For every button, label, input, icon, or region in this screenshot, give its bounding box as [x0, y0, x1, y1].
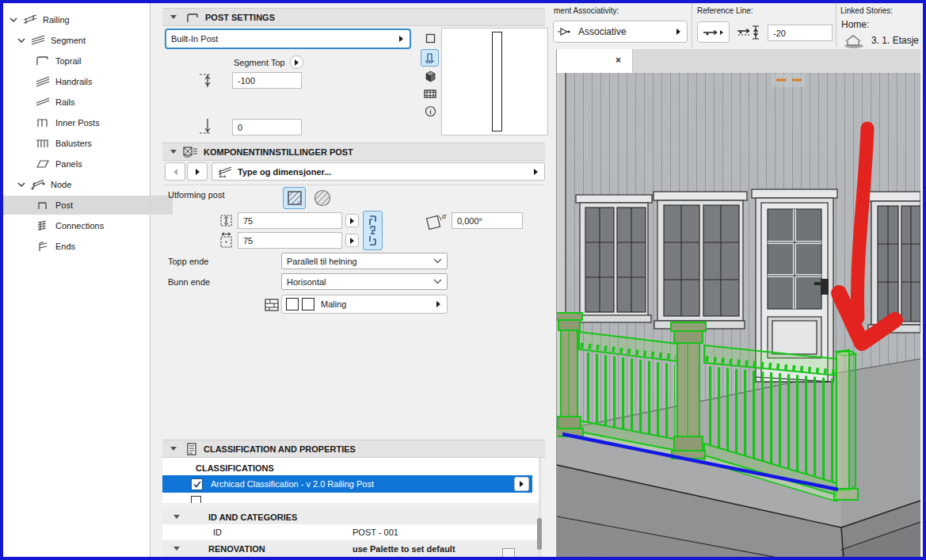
archicad-railing-settings-window: Railing Segment Toprail Handrails Rails … — [0, 0, 926, 560]
cube-3d-icon — [425, 70, 436, 82]
window-middle — [654, 192, 747, 329]
tab-close-button[interactable]: × — [615, 55, 621, 66]
tree-item-handrails[interactable]: Handrails — [3, 72, 173, 91]
collapse-triangle-icon[interactable] — [170, 150, 177, 154]
balusters-icon — [35, 138, 51, 149]
classification-checkbox-partial[interactable] — [191, 496, 201, 503]
connections-icon — [35, 220, 51, 231]
tree-item-railing[interactable]: Railing — [3, 10, 147, 29]
material-dropdown[interactable]: Maling — [281, 295, 448, 314]
reference-offset-value: -20 — [773, 29, 786, 38]
associativity-label: ment Associativity: — [554, 6, 619, 17]
width-flyout-button[interactable] — [345, 214, 359, 227]
panel-scrollbar-handle[interactable] — [537, 518, 542, 550]
top-offset-value: -100 — [238, 76, 255, 86]
top-offset-field[interactable]: -100 — [232, 72, 302, 89]
tree-item-node[interactable]: Node — [3, 175, 155, 194]
material-swatch-1 — [286, 298, 299, 310]
tree-item-label: Panels — [55, 158, 82, 170]
classification-header[interactable]: CLASSIFICATION AND PROPERTIES — [162, 440, 545, 458]
renovation-row[interactable]: RENOVATION use Palette to set default — [162, 540, 539, 557]
bunn-ende-label: Bunn ende — [168, 276, 210, 288]
tree-item-rails[interactable]: Rails — [3, 93, 173, 112]
depth-flyout-button[interactable] — [345, 234, 359, 247]
flyout-arrow-icon — [676, 29, 680, 35]
classification-checkbox[interactable] — [191, 478, 203, 490]
viewport-tab[interactable]: × — [557, 49, 633, 73]
tree-item-balusters[interactable]: Balusters — [3, 134, 173, 153]
prev-page-button[interactable] — [165, 162, 185, 181]
home-story-icon — [843, 33, 865, 49]
orange-dash-marker — [772, 74, 805, 87]
chain-link-toggle[interactable] — [363, 211, 383, 250]
topp-ende-select[interactable]: Parallell til helning — [281, 253, 448, 269]
handrails-icon — [35, 76, 51, 87]
flyout-arrow-icon — [436, 301, 440, 307]
tree-item-post[interactable]: Post — [3, 196, 173, 215]
width-dimension-icon — [219, 211, 237, 230]
post-width-value: 75 — [243, 216, 253, 226]
preview-info-button[interactable] — [421, 103, 439, 119]
post-width-field[interactable]: 75 — [238, 212, 342, 229]
classification-flyout-button[interactable] — [514, 477, 529, 491]
reference-line-icon — [703, 27, 725, 38]
profile-circle-button[interactable] — [311, 187, 333, 209]
renovation-value: use Palette to set default — [352, 543, 455, 554]
section-title: KOMPONENTINNSTILLINGER POST — [204, 147, 353, 158]
collapse-triangle-icon[interactable] — [170, 447, 177, 451]
bottom-offset-field[interactable]: 0 — [232, 119, 302, 135]
classification-value: Archicad Classification - v 2.0 Railing … — [211, 478, 374, 490]
collapse-triangle-icon[interactable] — [170, 15, 177, 19]
classification-row-selected[interactable]: Archicad Classification - v 2.0 Railing … — [162, 475, 532, 493]
tree-item-label: Balusters — [55, 138, 92, 149]
viewport-tab-bar: × — [557, 49, 920, 74]
tree-item-label: Inner Posts — [55, 117, 100, 128]
associativity-value: Associative — [578, 26, 627, 37]
builtin-post-dropdown[interactable]: Built-In Post — [165, 29, 411, 49]
chevron-down-icon[interactable] — [10, 16, 17, 24]
bunn-ende-select[interactable]: Horisontal — [281, 273, 448, 290]
preview-elevation-button[interactable] — [421, 49, 439, 67]
ends-icon — [35, 241, 51, 252]
parameter-page-dropdown[interactable]: Type og dimensjoner... — [211, 162, 545, 181]
id-categories-header[interactable]: ID AND CATEGORIES — [162, 509, 539, 524]
post-depth-field[interactable]: 75 — [238, 232, 342, 249]
tree-item-segment[interactable]: Segment — [3, 31, 155, 50]
tree-item-label: Segment — [51, 35, 86, 46]
id-label: ID — [213, 527, 222, 538]
classifications-subtitle: CLASSIFICATIONS — [196, 463, 274, 474]
rotation-angle-field[interactable]: 0,000° — [452, 212, 523, 229]
post-section-icon — [185, 11, 200, 24]
reference-offset-field[interactable]: -20 — [768, 25, 833, 41]
tree-item-toprail[interactable]: Toprail — [3, 51, 173, 70]
tree-item-connections[interactable]: Connections — [3, 216, 173, 235]
3d-viewport[interactable] — [557, 73, 920, 557]
preview-2d-symbol-button[interactable] — [421, 30, 439, 46]
window-left — [576, 195, 652, 322]
square-symbol-icon — [425, 33, 436, 44]
material-value: Maling — [321, 299, 346, 310]
material-swatch-2 — [302, 298, 314, 310]
preview-3d-button[interactable] — [421, 68, 439, 84]
id-row[interactable]: ID POST - 001 — [162, 524, 539, 540]
chevron-down-icon[interactable] — [17, 181, 25, 189]
preview-animation-button[interactable] — [421, 86, 439, 101]
tree-item-panels[interactable]: Panels — [3, 154, 173, 173]
segment-top-flyout-button[interactable] — [290, 55, 303, 69]
collapse-triangle-icon[interactable] — [173, 547, 180, 550]
top-offset-icon — [198, 70, 220, 92]
tree-item-inner-posts[interactable]: Inner Posts — [3, 113, 173, 132]
collapse-triangle-icon[interactable] — [173, 515, 180, 519]
next-page-button[interactable] — [187, 162, 208, 181]
post-settings-header[interactable]: POST SETTINGS — [162, 8, 545, 26]
reference-line-label: Reference Line: — [697, 6, 753, 17]
profile-square-button[interactable] — [283, 187, 306, 209]
film-strip-icon — [424, 89, 436, 99]
komponent-header[interactable]: KOMPONENTINNSTILLINGER POST — [162, 143, 545, 161]
reference-line-position-button[interactable] — [697, 21, 730, 43]
left-arrow-icon — [173, 169, 177, 175]
chevron-down-icon[interactable] — [17, 36, 25, 44]
post-icon — [35, 200, 51, 211]
associativity-dropdown[interactable]: Associative — [553, 21, 688, 43]
tree-item-ends[interactable]: Ends — [3, 237, 173, 256]
